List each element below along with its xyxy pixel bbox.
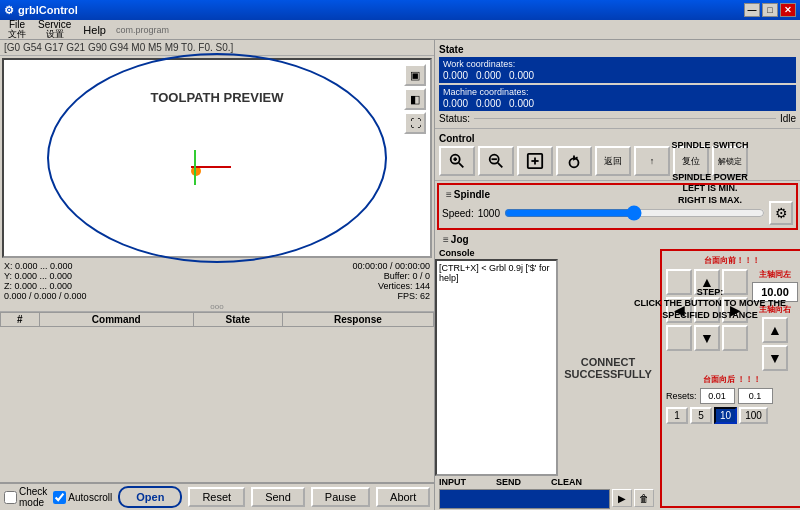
spindle-switch-label: SPINDLE SWITCH (630, 140, 790, 152)
y-axis-arrow (194, 150, 196, 185)
reset-button[interactable]: Reset (188, 487, 245, 507)
work-y: 0.000 (476, 70, 501, 81)
jog-label-bottom: 台面向后 ！！！ (666, 374, 798, 385)
time-display: 00:00:00 / 00:00:00 (352, 261, 430, 271)
menu-bar: File 文件 Service 设置 Help com.program (0, 20, 800, 40)
return-btn[interactable]: 返回 (595, 146, 631, 176)
ratio-coord: 0.000 / 0.000 / 0.000 (4, 291, 87, 301)
work-coords-label: Work coordinates: (443, 59, 792, 69)
autoscroll-checkbox[interactable] (53, 491, 66, 504)
work-x: 0.000 (443, 70, 468, 81)
resets-input2[interactable] (738, 388, 773, 404)
send-button[interactable]: Send (251, 487, 305, 507)
input-area: INPUT SEND CLEAN ▶ 🗑 (435, 476, 658, 510)
col-response: Response (282, 313, 433, 327)
title-bar: ⚙ grblControl — □ ✕ (0, 0, 800, 20)
check-mode-checkbox[interactable] (4, 491, 17, 504)
file-menu[interactable]: File 文件 (2, 18, 32, 41)
machine-z: 0.000 (509, 98, 534, 109)
maximize-button[interactable]: □ (762, 3, 778, 17)
preset-5-btn[interactable]: 5 (690, 407, 712, 424)
fps-display: FPS: 62 (352, 291, 430, 301)
spindle-annotations: SPINDLE SWITCH SPINDLE POWERLEFT IS MIN.… (630, 140, 790, 322)
console-title: Console (435, 247, 658, 259)
buffer-display: Buffer: 0 / 0 (352, 271, 430, 281)
check-mode-label: Check mode (19, 486, 47, 508)
jog-z-down-btn[interactable]: ▼ (762, 345, 788, 371)
return-label: 返回 (604, 155, 622, 168)
state-title: State (439, 44, 796, 55)
console-input[interactable] (439, 489, 610, 509)
console-connect: [CTRL+X] < Grbl 0.9j ['$' for help] CONN… (435, 259, 658, 476)
svg-line-1 (459, 163, 464, 168)
jog-se-empty (722, 325, 748, 351)
console-output[interactable]: [CTRL+X] < Grbl 0.9j ['$' for help] (435, 259, 558, 476)
state-section: State Work coordinates: 0.000 0.000 0.00… (435, 40, 800, 129)
preset-100-btn[interactable]: 100 (739, 407, 768, 424)
spindle-speed-label: Speed: (442, 208, 474, 219)
open-button[interactable]: Open (118, 486, 182, 508)
fullscreen-btn[interactable]: ⛶ (404, 112, 426, 134)
machine-coords-values: 0.000 0.000 0.000 (443, 98, 792, 109)
help-menu[interactable]: Help (77, 22, 112, 38)
input-row: ▶ 🗑 (435, 488, 658, 510)
3d-perspective-btn[interactable]: ◧ (404, 88, 426, 110)
work-coords-values: 0.000 0.000 0.000 (443, 70, 792, 81)
send-label: SEND (496, 477, 521, 487)
toolpath-ellipse (47, 53, 387, 263)
command-table-container[interactable]: # Command State Response (0, 311, 434, 482)
pause-button[interactable]: Pause (311, 487, 370, 507)
reset-view-btn[interactable] (556, 146, 592, 176)
status-divider (474, 118, 776, 119)
x-coord: X: 0.000 ... 0.000 (4, 261, 87, 271)
status-row: Status: Idle (439, 113, 796, 124)
status-value: Idle (780, 113, 796, 124)
close-button[interactable]: ✕ (780, 3, 796, 17)
connect-text: CONNECTSUCCESSFULLY (564, 356, 652, 380)
3d-box-btn[interactable]: ▣ (404, 64, 426, 86)
coords-right: 00:00:00 / 00:00:00 Buffer: 0 / 0 Vertic… (352, 261, 430, 301)
resets-label: Resets: (666, 391, 697, 401)
preset-1-btn[interactable]: 1 (666, 407, 688, 424)
left-panel: [G0 G54 G17 G21 G90 G94 M0 M5 M9 T0. F0.… (0, 40, 435, 510)
input-labels-row: INPUT SEND CLEAN (435, 476, 658, 488)
console-area: Console [CTRL+X] < Grbl 0.9j ['$' for he… (435, 247, 658, 510)
vertices-display: Vertices: 144 (352, 281, 430, 291)
zoom-out-btn[interactable] (478, 146, 514, 176)
program-info: com.program (116, 25, 169, 35)
send-input-btn[interactable]: ▶ (612, 489, 632, 507)
input-label: INPUT (439, 477, 466, 487)
bottom-controls: Check mode Autoscroll Open Reset Send Pa… (0, 482, 434, 510)
abort-button[interactable]: Abort (376, 487, 430, 507)
work-coords-box: Work coordinates: 0.000 0.000 0.000 (439, 57, 796, 83)
col-num: # (1, 313, 40, 327)
x-axis-arrow (191, 166, 231, 168)
toolpath-canvas[interactable]: TOOLPATH PREVIEW ▣ ◧ ⛶ (2, 58, 432, 258)
step-annotation: STEP:CLICK THE BUTTON TO MOVE THE SPECIF… (630, 287, 790, 322)
window-controls: — □ ✕ (744, 3, 796, 17)
jog-sw-empty (666, 325, 692, 351)
coords-bar: X: 0.000 ... 0.000 Y: 0.000 ... 0.000 Z:… (0, 260, 434, 302)
jog-down-btn[interactable]: ▼ (694, 325, 720, 351)
col-state: State (193, 313, 282, 327)
minimize-button[interactable]: — (744, 3, 760, 17)
clean-btn[interactable]: 🗑 (634, 489, 654, 507)
preset-10-btn[interactable]: 10 (714, 407, 737, 424)
main-content: [G0 G54 G17 G21 G90 G94 M0 M5 M9 T0. F0.… (0, 40, 800, 510)
separator: ooo (0, 302, 434, 311)
service-menu[interactable]: Service 设置 (32, 18, 77, 41)
clean-label: CLEAN (551, 477, 582, 487)
zoom-in-btn[interactable] (439, 146, 475, 176)
fit-btn[interactable] (517, 146, 553, 176)
coords-left: X: 0.000 ... 0.000 Y: 0.000 ... 0.000 Z:… (4, 261, 87, 301)
machine-x: 0.000 (443, 98, 468, 109)
console-content: [CTRL+X] < Grbl 0.9j ['$' for help] (439, 263, 549, 283)
resets-input1[interactable] (700, 388, 735, 404)
work-z: 0.000 (509, 70, 534, 81)
status-label: Status: (439, 113, 470, 124)
check-mode-item: Check mode (4, 486, 47, 508)
window-title: grblControl (18, 4, 78, 16)
machine-coords-label: Machine coordinates: (443, 87, 792, 97)
z-coord: Z: 0.000 ... 0.000 (4, 281, 87, 291)
jog-up-down-btns: ▲ ▼ (762, 317, 788, 371)
